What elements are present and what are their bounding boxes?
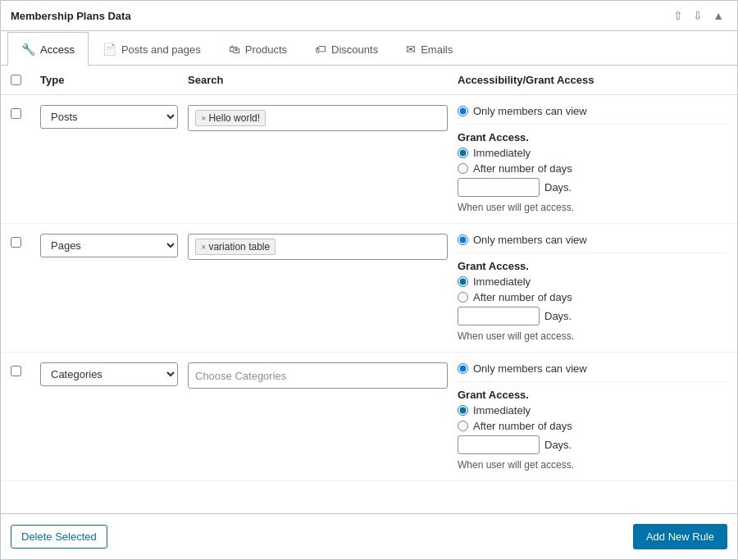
rule-3-placeholder: Choose Categories: [195, 370, 286, 382]
rule-2-only-members-radio[interactable]: [458, 234, 468, 245]
rule-2-after-days-radio[interactable]: [458, 292, 468, 303]
rule-1-days-input[interactable]: [458, 178, 540, 197]
rule-1-checkbox-cell: [11, 105, 40, 119]
rule-1-only-members-radio[interactable]: [458, 106, 468, 116]
rule-1-after-days-row: After number of days: [458, 162, 727, 175]
col-type-header: Type: [40, 74, 188, 86]
rule-row: Posts Pages Categories × variation table…: [1, 224, 737, 353]
rule-1-search-box[interactable]: × Hello world!: [188, 105, 448, 131]
rule-3-search-box[interactable]: Choose Categories: [188, 362, 448, 389]
rule-2-days-row: Days.: [458, 307, 727, 326]
rule-1-only-members-row: Only members can view: [458, 105, 727, 125]
rule-3-checkbox-cell: [11, 362, 40, 376]
collapse-down-button[interactable]: ⇩: [690, 7, 706, 24]
rule-2-tag: × variation table: [195, 239, 276, 255]
table-header: Type Search Accessibility/Grant Access: [1, 66, 737, 95]
content-area: Type Search Accessibility/Grant Access P…: [1, 66, 737, 513]
rule-1-search-cell: × Hello world!: [188, 105, 458, 131]
rule-1-grant-label: Grant Access.: [458, 131, 727, 143]
rule-1-days-label: Days.: [544, 181, 572, 193]
tab-discounts[interactable]: 🏷 Discounts: [301, 32, 392, 66]
rule-2-days-input[interactable]: [458, 307, 540, 326]
rule-2-checkbox-cell: [11, 234, 40, 248]
rule-1-days-row: Days.: [458, 178, 727, 197]
delete-selected-button[interactable]: Delete Selected: [11, 525, 107, 549]
rule-1-type-cell: Posts Pages Categories: [40, 105, 188, 129]
tab-access[interactable]: 🔧 Access: [7, 32, 89, 66]
rule-3-after-days-row: After number of days: [458, 420, 727, 432]
rule-2-days-label: Days.: [544, 310, 572, 322]
rule-2-after-days-row: After number of days: [458, 291, 727, 303]
widget-controls: ⇧ ⇩ ▲: [670, 7, 727, 24]
rule-1-after-days-radio[interactable]: [458, 163, 468, 174]
rule-1-immediately-row: Immediately: [458, 147, 727, 159]
rule-2-search-cell: × variation table: [188, 234, 458, 260]
products-icon: 🛍: [229, 43, 240, 56]
rule-1-checkbox[interactable]: [11, 108, 21, 119]
footer: Delete Selected Add New Rule: [1, 513, 737, 559]
rule-3-when-label: When user will get access.: [458, 459, 727, 471]
rule-3-immediately-radio[interactable]: [458, 405, 468, 416]
rule-2-when-label: When user will get access.: [458, 330, 727, 342]
select-all-checkbox[interactable]: [11, 75, 21, 85]
rule-3-search-cell: Choose Categories: [188, 362, 458, 389]
rule-row: Posts Pages Categories Choose Categories…: [1, 353, 737, 481]
add-new-rule-button[interactable]: Add New Rule: [633, 524, 727, 549]
rule-1-tag: × Hello world!: [195, 110, 266, 126]
header-checkbox-cell: [11, 75, 40, 85]
rule-2-type-cell: Posts Pages Categories: [40, 234, 188, 257]
rule-3-grant-label: Grant Access.: [458, 389, 727, 401]
rule-1-when-label: When user will get access.: [458, 202, 727, 213]
widget-title: Membership Plans Data: [11, 10, 131, 22]
rule-3-days-input[interactable]: [458, 435, 540, 454]
discounts-icon: 🏷: [315, 43, 326, 56]
rule-3-checkbox[interactable]: [11, 366, 21, 376]
rule-1-tag-remove[interactable]: ×: [201, 113, 206, 123]
rule-3-only-members-radio[interactable]: [458, 363, 468, 374]
rule-row: Posts Pages Categories × Hello world! On…: [1, 95, 737, 224]
rule-3-access-cell: Only members can view Grant Access. Imme…: [458, 362, 727, 471]
rule-3-days-row: Days.: [458, 435, 727, 454]
tab-emails[interactable]: ✉ Emails: [392, 32, 467, 66]
rule-1-access-cell: Only members can view Grant Access. Imme…: [458, 105, 727, 213]
rule-3-type-select[interactable]: Posts Pages Categories: [40, 362, 178, 386]
widget-header: Membership Plans Data ⇧ ⇩ ▲: [1, 1, 737, 31]
rule-3-after-days-radio[interactable]: [458, 421, 468, 431]
close-button[interactable]: ▲: [709, 7, 727, 24]
wrench-icon: 🔧: [21, 43, 35, 56]
rule-2-only-members-row: Only members can view: [458, 234, 727, 253]
rule-2-grant-label: Grant Access.: [458, 260, 727, 272]
rule-1-type-select[interactable]: Posts Pages Categories: [40, 105, 178, 129]
rule-2-tag-remove[interactable]: ×: [201, 242, 206, 252]
pages-icon: 📄: [102, 43, 116, 56]
rule-2-immediately-row: Immediately: [458, 275, 727, 288]
tab-products[interactable]: 🛍 Products: [215, 32, 301, 66]
rule-1-immediately-radio[interactable]: [458, 148, 468, 158]
col-access-header: Accessibility/Grant Access: [458, 74, 727, 86]
rule-3-only-members-row: Only members can view: [458, 362, 727, 382]
rule-3-type-cell: Posts Pages Categories: [40, 362, 188, 386]
emails-icon: ✉: [406, 43, 416, 56]
rule-3-immediately-row: Immediately: [458, 404, 727, 417]
rule-2-type-select[interactable]: Posts Pages Categories: [40, 234, 178, 257]
collapse-up-button[interactable]: ⇧: [670, 7, 686, 24]
rule-3-days-label: Days.: [544, 439, 572, 451]
rule-2-search-box[interactable]: × variation table: [188, 234, 448, 260]
rule-2-access-cell: Only members can view Grant Access. Imme…: [458, 234, 727, 342]
membership-plans-widget: Membership Plans Data ⇧ ⇩ ▲ 🔧 Access 📄 P…: [0, 0, 738, 560]
tab-bar: 🔧 Access 📄 Posts and pages 🛍 Products 🏷 …: [1, 31, 737, 66]
rule-2-immediately-radio[interactable]: [458, 276, 468, 287]
rule-2-checkbox[interactable]: [11, 237, 21, 248]
col-search-header: Search: [188, 74, 458, 86]
tab-posts-and-pages[interactable]: 📄 Posts and pages: [89, 32, 215, 66]
